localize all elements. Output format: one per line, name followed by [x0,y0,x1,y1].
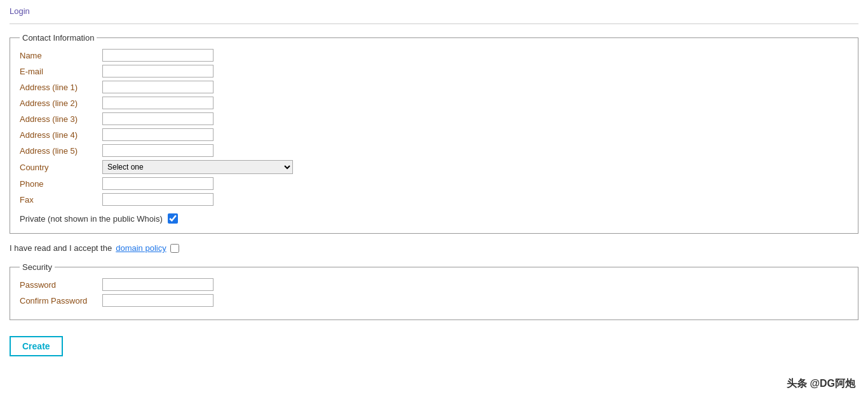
phone-input[interactable] [102,177,214,190]
login-link[interactable]: Login [10,6,30,16]
addr4-label: Address (line 4) [20,130,102,140]
addr5-label: Address (line 5) [20,146,102,156]
addr4-input[interactable] [102,128,214,141]
country-label: Country [20,163,102,172]
password-label: Password [20,280,102,290]
addr5-input[interactable] [102,144,214,157]
addr2-row: Address (line 2) [20,97,848,109]
private-checkbox[interactable] [168,213,178,224]
create-button[interactable]: Create [10,336,63,356]
name-row: Name [20,49,848,62]
addr1-input[interactable] [102,81,214,93]
contact-legend: Contact Information [20,33,97,43]
password-input[interactable] [102,278,214,291]
fax-label: Fax [20,195,102,205]
addr2-label: Address (line 2) [20,98,102,108]
confirm-password-label: Confirm Password [20,296,102,306]
fax-row: Fax [20,193,848,206]
addr4-row: Address (line 4) [20,128,848,141]
name-label: Name [20,51,102,60]
fax-input[interactable] [102,193,214,206]
password-row: Password [20,278,848,291]
private-row: Private (not shown in the public Whois) [20,213,848,224]
security-fieldset: Security Password Confirm Password [10,262,858,320]
addr2-input[interactable] [102,97,214,109]
email-row: E-mail [20,65,848,77]
confirm-password-row: Confirm Password [20,294,848,307]
addr3-row: Address (line 3) [20,112,848,125]
name-input[interactable] [102,49,214,62]
country-select[interactable]: Select one [102,160,293,174]
phone-label: Phone [20,179,102,189]
accept-text: I have read and I accept the [10,243,112,253]
private-label: Private (not shown in the public Whois) [20,214,163,224]
country-row: Country Select one [20,160,848,174]
phone-row: Phone [20,177,848,190]
addr3-input[interactable] [102,112,214,125]
addr1-label: Address (line 1) [20,83,102,92]
accept-checkbox[interactable] [170,244,179,253]
top-divider [10,24,858,24]
domain-policy-link[interactable]: domain policy [116,243,166,253]
accept-row: I have read and I accept the domain poli… [10,243,858,253]
addr1-row: Address (line 1) [20,81,848,93]
addr3-label: Address (line 3) [20,114,102,124]
addr5-row: Address (line 5) [20,144,848,157]
confirm-password-input[interactable] [102,294,214,307]
email-label: E-mail [20,67,102,76]
email-input[interactable] [102,65,214,77]
security-legend: Security [20,262,55,272]
contact-information-fieldset: Contact Information Name E-mail Address … [10,33,858,234]
